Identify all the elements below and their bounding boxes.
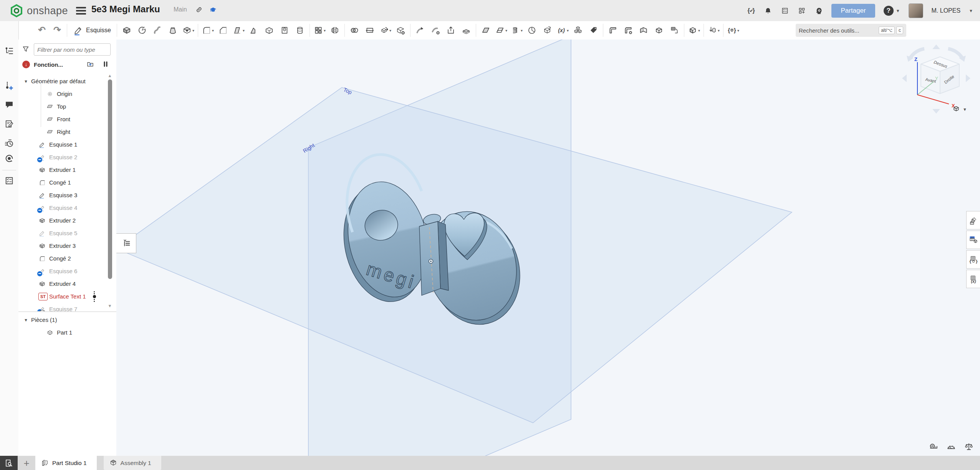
scrollbar-up-icon[interactable]: ▲ — [107, 73, 113, 78]
error-indicator-icon[interactable]: ↓ — [22, 61, 30, 68]
chevron-down-icon[interactable]: ▾ — [718, 28, 720, 33]
add-folder-icon[interactable] — [86, 60, 94, 69]
extrude-tool[interactable] — [119, 23, 134, 38]
tree-item-congé-2[interactable]: Congé 2 — [18, 252, 116, 265]
chevron-down-icon[interactable]: ▾ — [324, 28, 326, 33]
tree-item-front[interactable]: Front — [18, 113, 116, 125]
follow-mode-icon[interactable] — [3, 152, 16, 165]
tree-item-origin[interactable]: Origin — [18, 87, 116, 100]
tree-item-surface-text-1[interactable]: STSurface Text 1 — [18, 290, 116, 303]
replace-face-tool[interactable] — [443, 23, 459, 38]
ai-advisor-icon[interactable] — [814, 7, 823, 15]
tree-section-parts[interactable]: ▼Pièces (1) — [18, 313, 116, 326]
chevron-down-icon[interactable]: ▾ — [737, 28, 739, 33]
share-button[interactable]: Partager — [831, 4, 875, 18]
scene-3d[interactable]: Top Right megi — [116, 40, 980, 456]
tree-item-extruder-2[interactable]: Extruder 2 — [18, 214, 116, 227]
boss-tool[interactable] — [292, 23, 308, 38]
tree-item-extruder-4[interactable]: Extruder 4 — [18, 277, 116, 290]
thicken-tool[interactable]: ▾ — [180, 23, 196, 38]
chevron-down-icon[interactable]: ▾ — [389, 28, 391, 33]
document-title[interactable]: 5e3 Megi Marku — [91, 4, 160, 15]
chevron-down-icon[interactable]: ▾ — [567, 28, 569, 33]
onshape-logo[interactable]: onshape — [10, 4, 68, 17]
redo-tool[interactable]: ↷ — [50, 23, 65, 38]
frame-tool[interactable]: {}▾ — [725, 23, 741, 38]
helix-tool[interactable]: ▾ — [509, 23, 524, 38]
assign-name-tool[interactable] — [586, 23, 601, 38]
surface-plane-tool[interactable] — [478, 23, 493, 38]
chevron-down-icon[interactable]: ▾ — [212, 28, 214, 33]
configuration-panel-icon[interactable]: {} — [966, 250, 980, 269]
tree-item-esquisse-7[interactable]: Esquisse 7 — [18, 303, 116, 311]
sheet-metal-flange-tool[interactable] — [605, 23, 621, 38]
tree-item-esquisse-3[interactable]: Esquisse 3 — [18, 189, 116, 201]
sheet-metal-unfold-tool[interactable] — [636, 23, 651, 38]
hamburger-menu-icon[interactable] — [76, 5, 86, 15]
tree-item-congé-1[interactable]: Congé 1 — [18, 176, 116, 189]
add-tab-button[interactable]: + — [18, 456, 35, 470]
fill-surface-tool[interactable]: ▾ — [493, 23, 509, 38]
tab-assembly-1[interactable]: Assembly 1 — [104, 456, 161, 470]
tree-section-default-geometry[interactable]: ▼Géométrie par défaut — [18, 75, 116, 87]
offset-surface-tool[interactable] — [459, 23, 474, 38]
help-menu[interactable]: ? ▼ — [884, 6, 900, 16]
delete-part-tool[interactable] — [393, 23, 408, 38]
delete-face-tool[interactable] — [428, 23, 443, 38]
transform-tool[interactable]: ▾ — [377, 23, 393, 38]
mass-properties-icon[interactable] — [964, 442, 974, 453]
toggle-feature-list-icon[interactable] — [3, 45, 16, 58]
linear-pattern-tool[interactable]: ▾ — [312, 23, 327, 38]
chamfer-tool[interactable] — [215, 23, 231, 38]
document-notes-icon[interactable] — [3, 118, 16, 131]
tree-item-esquisse-6[interactable]: Esquisse 6 — [18, 265, 116, 277]
tool-search[interactable]: Rechercher des outils... alt/⌥ c — [796, 24, 906, 37]
chevron-down-icon[interactable]: ▼ — [24, 79, 28, 84]
tree-item-top[interactable]: Top — [18, 100, 116, 113]
chevron-down-icon[interactable]: ▼ — [969, 8, 973, 13]
bom-table-panel-icon[interactable] — [966, 231, 980, 249]
fillet-tool[interactable]: ▾ — [200, 23, 215, 38]
filter-icon[interactable] — [22, 45, 30, 54]
suppress-pause-icon[interactable] — [101, 60, 110, 69]
appearance-panel-icon[interactable] — [966, 211, 980, 229]
chevron-down-icon[interactable]: ▾ — [243, 28, 245, 33]
tree-item-right[interactable]: Right — [18, 125, 116, 138]
sheet-metal-table-tool[interactable] — [667, 23, 682, 38]
view-options-menu[interactable]: ▼ — [950, 104, 969, 114]
tree-item-extruder-1[interactable]: Extruder 1 — [18, 163, 116, 176]
link-icon[interactable] — [194, 5, 204, 16]
tree-item-part-1[interactable]: Part 1 — [18, 326, 116, 339]
workspace-branch[interactable]: Main — [174, 6, 187, 13]
tree-item-esquisse-2[interactable]: Esquisse 2 — [18, 151, 116, 163]
rib-tool[interactable] — [246, 23, 262, 38]
release-tasks-icon[interactable] — [781, 7, 789, 15]
tree-item-extruder-3[interactable]: Extruder 3 — [18, 239, 116, 252]
education-badge-icon[interactable] — [208, 5, 218, 16]
sweep-tool[interactable] — [150, 23, 165, 38]
chevron-down-icon[interactable]: ▾ — [698, 28, 700, 33]
tree-item-esquisse-5[interactable]: Esquisse 5 — [18, 227, 116, 239]
apps-grid-icon[interactable] — [798, 7, 806, 15]
variable-table-panel-icon[interactable]: (x) — [966, 270, 980, 288]
viewport-3d[interactable]: Top Right megi — [116, 40, 980, 456]
boolean-tool[interactable] — [347, 23, 362, 38]
mirror-tool[interactable] — [327, 23, 343, 38]
loft-tool[interactable] — [165, 23, 180, 38]
chevron-down-icon[interactable]: ▼ — [24, 318, 28, 322]
tree-item-esquisse-4[interactable]: Esquisse 4 — [18, 201, 116, 214]
shell-tool[interactable] — [262, 23, 277, 38]
bend-tool[interactable]: ▾ — [706, 23, 721, 38]
tasks-icon[interactable] — [3, 175, 16, 188]
wrap-tool[interactable] — [540, 23, 555, 38]
sketch-tool[interactable]: Esquisse — [69, 23, 115, 38]
feature-list-flyout-handle[interactable] — [116, 233, 136, 253]
composite-part-tool[interactable] — [570, 23, 586, 38]
split-tool[interactable] — [362, 23, 377, 38]
revolve-tool[interactable] — [134, 23, 150, 38]
measure-angle-icon[interactable] — [946, 442, 956, 453]
notifications-bell-icon[interactable] — [764, 7, 772, 15]
filter-input[interactable] — [34, 43, 111, 56]
history-icon[interactable] — [3, 137, 16, 150]
sheet-metal-delete-tool[interactable] — [621, 23, 636, 38]
